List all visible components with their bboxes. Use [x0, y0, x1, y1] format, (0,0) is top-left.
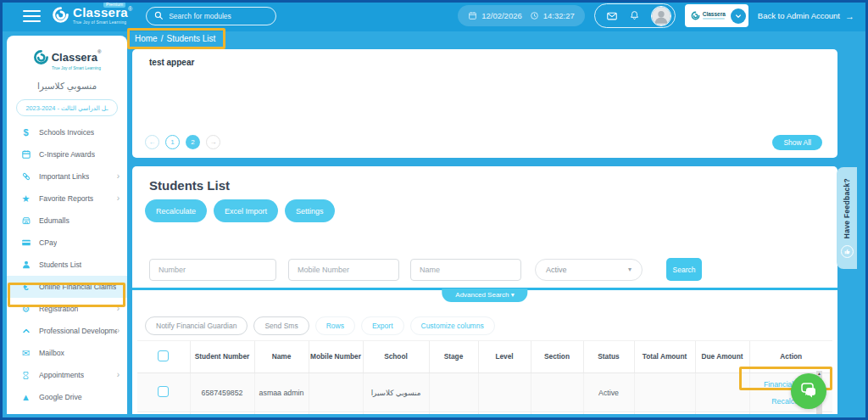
chevron-up-icon	[19, 326, 32, 336]
sidebar-item-label: Registration	[39, 305, 78, 313]
table-row-partial: Financial Claims	[137, 412, 832, 415]
sidebar-item-important-links[interactable]: Important Links ›	[7, 165, 127, 188]
sidebar-item-cpay[interactable]: CPay	[7, 232, 127, 254]
announcement-text: test appear	[149, 58, 194, 67]
chat-button[interactable]	[791, 373, 826, 409]
cell-section	[531, 373, 583, 412]
next-page-button[interactable]: →	[206, 135, 220, 149]
account-brand-name: Classera	[703, 12, 726, 18]
back-to-admin-button[interactable]: Back to Admin Account →	[758, 11, 854, 21]
date-text: 12/02/2026	[481, 11, 522, 20]
page: Premium Classera® True Joy of Smart Lear…	[0, 0, 868, 420]
excel-import-button[interactable]: Excel Import	[214, 199, 278, 222]
number-field[interactable]	[149, 259, 276, 281]
sidebar-item-label: Mailbox	[39, 349, 64, 357]
rows-button[interactable]: Rows	[315, 316, 355, 335]
customize-columns-button[interactable]: Customize columns	[410, 316, 495, 335]
gear-icon: ⚙	[19, 304, 32, 315]
header-brand: Premium Classera® True Joy of Smart Lear…	[52, 6, 132, 25]
chevron-right-icon: ›	[117, 172, 120, 181]
chevron-down-icon	[735, 13, 742, 20]
hourglass-icon	[19, 371, 32, 380]
feedback-label: Have Feedback?	[843, 178, 851, 238]
calendar-icon	[19, 149, 32, 160]
advanced-search-button[interactable]: Advanced Search ▾	[442, 288, 527, 302]
dollar-icon: $	[19, 127, 32, 137]
cell-mobile	[309, 373, 363, 412]
breadcrumb-home-link[interactable]: Home	[135, 34, 158, 43]
chevron-right-icon: ›	[117, 305, 120, 313]
sidebar-item-online-financial-claims[interactable]: € Online Financial Claims	[7, 276, 127, 298]
cell-total-amount	[634, 373, 695, 412]
row-checkbox[interactable]	[158, 386, 169, 397]
prev-page-button[interactable]: ←	[145, 135, 159, 149]
envelope-icon: ✉	[19, 348, 32, 359]
page-1-button[interactable]: 1	[165, 135, 180, 149]
feedback-tab[interactable]: Have Feedback?	[837, 167, 857, 269]
sidebar-classera-logo: Classera® True Joy of Smart Learning	[7, 49, 127, 70]
notifications-button[interactable]	[629, 10, 640, 21]
account-classera-logo: Classera	[691, 11, 726, 20]
organization-name: منسوبي كلاسيرا	[7, 81, 127, 91]
sidebar-item-label: CPay	[39, 238, 57, 247]
chevron-right-icon: ›	[117, 194, 120, 203]
semester-selector[interactable]: ـل الدراسي الثالث - 2024-2023	[16, 99, 118, 116]
account-dropdown-button[interactable]	[731, 8, 746, 24]
sidebar-item-edumalls[interactable]: Edumalls	[7, 210, 127, 232]
sidebar-item-label: Students List	[39, 260, 81, 269]
name-field[interactable]	[410, 259, 521, 281]
sidebar-item-professional-development[interactable]: Professional Development H... ›	[7, 320, 127, 342]
notify-financial-guardian-button[interactable]: Notify Financial Guardian	[145, 316, 248, 335]
column-header-level: Level	[478, 341, 531, 373]
sidebar-item-c-inspire-awards[interactable]: C-Inspire Awards	[7, 143, 127, 165]
show-all-button[interactable]: Show All	[772, 135, 822, 150]
sidebar-item-label: Edumalls	[39, 216, 70, 225]
sidebar-item-google-drive[interactable]: ▲ Google Drive	[7, 386, 127, 408]
cell-stage	[429, 373, 478, 412]
table-header-row: Student Number Name Mobile Number School…	[137, 341, 832, 373]
search-button[interactable]: Search	[666, 258, 702, 281]
sidebar-item-favorite-reports[interactable]: ★ Favorite Reports ›	[7, 188, 127, 210]
messages-button[interactable]	[606, 10, 618, 22]
sidebar-item-mailbox[interactable]: ✉ Mailbox	[7, 342, 127, 364]
avatar[interactable]	[651, 6, 671, 26]
chevron-right-icon: ›	[117, 327, 120, 335]
brand-tagline: True Joy of Smart Learning	[73, 21, 132, 25]
account-switcher[interactable]: Classera	[685, 4, 748, 27]
row-select-cell	[137, 373, 190, 412]
select-all-checkbox[interactable]	[158, 350, 169, 361]
column-header-school: School	[363, 341, 429, 373]
premium-badge: Premium	[103, 2, 125, 8]
drive-icon: ▲	[19, 392, 32, 402]
sidebar-item-schools-invoices[interactable]: $ Schools Invoices	[7, 121, 127, 143]
sidebar-item-label: Professional Development H...	[39, 327, 117, 335]
column-header-name: Name	[254, 341, 309, 373]
sidebar-item-label: Appointments	[39, 371, 84, 379]
settings-button[interactable]: Settings	[285, 199, 335, 222]
hamburger-menu-button[interactable]	[23, 10, 41, 22]
classera-swirl-icon	[691, 11, 700, 20]
recalculate-button[interactable]: Recalculate	[145, 199, 207, 222]
module-search-box[interactable]	[146, 7, 276, 25]
export-button[interactable]: Export	[361, 316, 404, 335]
column-header-mobile-number: Mobile Number	[309, 341, 363, 373]
status-select[interactable]: Active ▾	[535, 259, 643, 281]
sidebar-item-students-list[interactable]: Students List	[7, 254, 127, 276]
store-icon	[19, 216, 32, 226]
column-header-stage: Stage	[429, 341, 478, 373]
hamburger-icon	[23, 10, 41, 12]
send-sms-button[interactable]: Send Sms	[253, 316, 309, 335]
mobile-number-field[interactable]	[288, 259, 399, 281]
classera-swirl-icon	[52, 6, 70, 24]
search-input[interactable]	[169, 12, 268, 20]
breadcrumb: Home / Students List	[135, 34, 215, 43]
banner-pagination: ← 1 2 →	[145, 135, 220, 149]
person-silhouette-icon	[652, 7, 670, 25]
page-2-button[interactable]: 2	[186, 135, 200, 149]
cell-student-number: 6587459852	[190, 373, 254, 412]
arrow-right-icon: →	[845, 11, 854, 21]
sidebar-item-registration[interactable]: ⚙ Registration ›	[7, 298, 127, 320]
sidebar-item-appointments[interactable]: Appointments ›	[7, 364, 127, 386]
registered-mark: ®	[97, 49, 101, 54]
select-all-header	[137, 341, 190, 373]
